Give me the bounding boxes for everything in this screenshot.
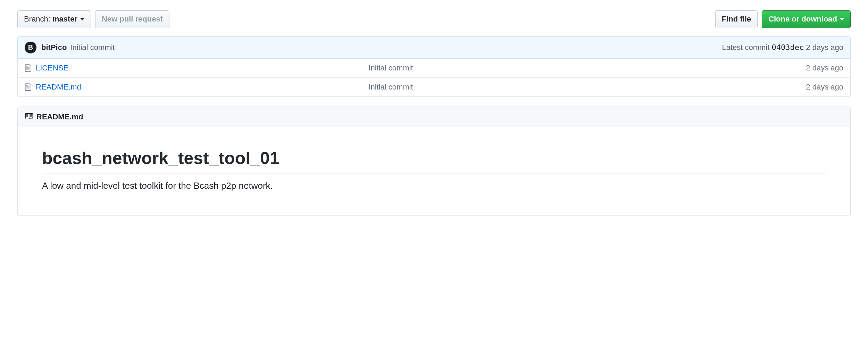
readme-header: README.md <box>18 107 850 127</box>
new-pull-request-button[interactable]: New pull request <box>95 10 169 28</box>
branch-name: master <box>52 14 77 24</box>
file-age: 2 days ago <box>806 83 843 92</box>
commit-sha[interactable]: 0403dec <box>772 43 804 52</box>
file-row: LICENSE Initial commit 2 days ago <box>18 59 850 77</box>
repo-toolbar: Branch: master New pull request Find fil… <box>17 10 851 28</box>
branch-prefix: Branch: <box>24 14 50 24</box>
find-file-label: Find file <box>722 14 751 24</box>
new-pr-label: New pull request <box>102 14 163 24</box>
avatar-glyph: B <box>28 43 33 51</box>
commit-meta: Latest commit 0403dec 2 days ago <box>722 43 843 52</box>
book-icon <box>25 112 36 122</box>
file-name-cell: LICENSE <box>25 64 368 73</box>
file-link[interactable]: LICENSE <box>36 64 68 73</box>
latest-commit-bar: B bitPico Initial commit Latest commit 0… <box>17 36 851 59</box>
file-icon <box>25 83 32 91</box>
avatar[interactable]: B <box>25 42 36 53</box>
latest-commit-label: Latest commit <box>722 43 769 52</box>
readme-body: bcash_network_test_tool_01 A low and mid… <box>18 127 850 215</box>
readme-filename: README.md <box>36 112 83 121</box>
readme-description: A low and mid-level test toolkit for the… <box>42 180 826 191</box>
file-name-cell: README.md <box>25 83 368 92</box>
file-commit-message[interactable]: Initial commit <box>368 64 806 73</box>
commit-author[interactable]: bitPico <box>41 43 67 52</box>
toolbar-left: Branch: master New pull request <box>17 10 169 28</box>
clone-download-button[interactable]: Clone or download <box>762 10 851 28</box>
file-list: LICENSE Initial commit 2 days ago README… <box>17 59 851 97</box>
find-file-button[interactable]: Find file <box>715 10 758 28</box>
readme-title: bcash_network_test_tool_01 <box>42 148 826 174</box>
caret-down-icon <box>80 18 84 20</box>
file-icon <box>25 64 32 72</box>
toolbar-right: Find file Clone or download <box>715 10 851 28</box>
clone-label: Clone or download <box>768 14 837 24</box>
readme-box: README.md bcash_network_test_tool_01 A l… <box>17 107 851 216</box>
branch-selector-button[interactable]: Branch: master <box>17 10 91 28</box>
commit-message[interactable]: Initial commit <box>70 43 115 52</box>
file-row: README.md Initial commit 2 days ago <box>18 77 850 96</box>
file-link[interactable]: README.md <box>36 83 81 92</box>
file-commit-message[interactable]: Initial commit <box>368 83 806 92</box>
file-age: 2 days ago <box>806 64 843 73</box>
commit-age: 2 days ago <box>806 43 843 52</box>
caret-down-icon <box>840 18 844 20</box>
